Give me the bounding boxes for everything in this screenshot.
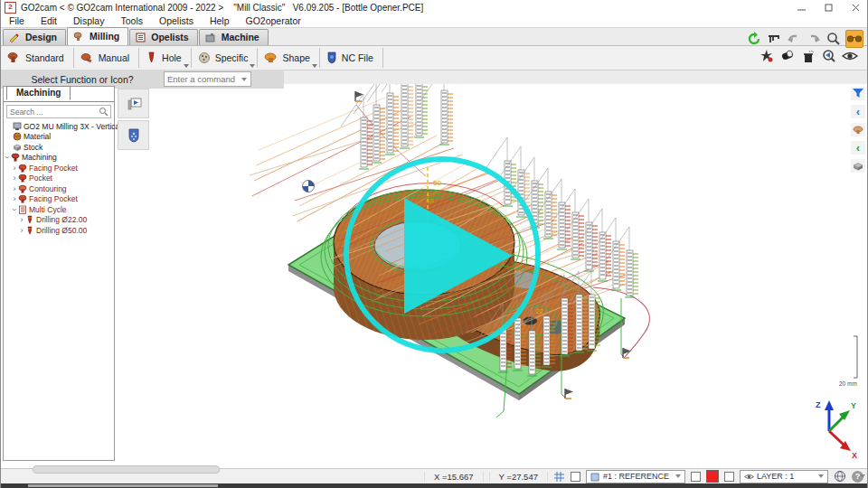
collapse-left-green-icon[interactable]: ‹ bbox=[851, 141, 865, 155]
layer-eye-icon bbox=[744, 473, 754, 481]
nc-file-button[interactable]: NC File bbox=[320, 47, 382, 69]
axis-y-label: Y bbox=[851, 401, 856, 410]
facing-pocket-icon bbox=[18, 194, 27, 203]
collapse-left-blue-icon[interactable]: ‹ bbox=[851, 105, 865, 118]
material-icon bbox=[13, 132, 22, 141]
specific-dropdown-icon[interactable] bbox=[250, 64, 255, 68]
maximize-button[interactable] bbox=[815, 0, 842, 14]
menu-edit[interactable]: Edit bbox=[33, 15, 65, 26]
menu-opelists[interactable]: Opelists bbox=[151, 15, 202, 26]
visibility-eye-icon[interactable] bbox=[842, 48, 858, 64]
menu-display[interactable]: Display bbox=[65, 15, 112, 26]
menu-file[interactable]: File bbox=[1, 15, 33, 26]
tab-opelists[interactable]: Opelists bbox=[129, 29, 197, 45]
tree-search-box[interactable] bbox=[6, 105, 111, 118]
drilling-icon bbox=[25, 226, 34, 235]
filter-icon[interactable] bbox=[851, 87, 865, 100]
dim-50-label: 50 bbox=[433, 179, 441, 187]
command-combo-arrow-icon[interactable] bbox=[241, 78, 247, 81]
bottom-edge-progress bbox=[28, 484, 218, 487]
zoom-icon[interactable] bbox=[826, 31, 842, 47]
command-combo[interactable] bbox=[164, 71, 251, 87]
hide-elements-icon[interactable] bbox=[759, 48, 775, 64]
tree-item-machine[interactable]: GO2 MU Milling 3X - Vertical bbox=[4, 121, 114, 132]
chevron-collapsed-icon[interactable]: › bbox=[11, 174, 18, 183]
manual-button[interactable]: Manual bbox=[74, 47, 138, 69]
undo-icon[interactable] bbox=[786, 31, 802, 47]
chevron-expanded-icon[interactable]: › bbox=[10, 206, 19, 213]
ribbon: Design Milling Opelists Machine Standard… bbox=[1, 27, 868, 84]
tree-item-stock[interactable]: Stock bbox=[4, 142, 114, 153]
layer-checkbox[interactable] bbox=[724, 472, 734, 482]
tree-item-facing-pocket-2[interactable]: › Facing Pocket bbox=[4, 194, 114, 205]
redo-icon[interactable] bbox=[806, 31, 822, 47]
app-logo-icon: 2 bbox=[5, 2, 16, 14]
nc-file-icon bbox=[326, 52, 337, 64]
current-color-swatch[interactable] bbox=[706, 470, 719, 483]
chevron-expanded-icon[interactable]: › bbox=[3, 154, 12, 161]
tool-shield-button[interactable] bbox=[118, 120, 149, 150]
tree-item-pocket[interactable]: › Pocket bbox=[4, 174, 114, 184]
reference-checkbox[interactable] bbox=[571, 472, 580, 482]
axis-triad: Z Y X bbox=[816, 400, 857, 460]
search-icon bbox=[99, 107, 108, 117]
delete-magic-icon[interactable] bbox=[800, 48, 816, 64]
machining-icon bbox=[11, 153, 20, 162]
measure-caliper-icon[interactable] bbox=[766, 31, 782, 47]
zoom-selection-icon[interactable] bbox=[821, 48, 837, 64]
reference-combo[interactable]: #1 : REFERENCE bbox=[586, 470, 685, 483]
grid-icon[interactable] bbox=[553, 471, 565, 483]
chevron-collapsed-icon[interactable]: › bbox=[11, 184, 18, 193]
tab-machine[interactable]: Machine bbox=[199, 29, 269, 45]
render-glasses-icon[interactable] bbox=[845, 30, 863, 48]
tab-design[interactable]: Design bbox=[3, 29, 66, 45]
tree-item-contouring[interactable]: › Contouring bbox=[4, 183, 114, 194]
color-dropdown-icon[interactable] bbox=[860, 474, 865, 478]
tree-item-machining[interactable]: › Machining bbox=[4, 153, 114, 164]
tool-display-icon[interactable] bbox=[851, 123, 865, 136]
view-globe-icon[interactable] bbox=[834, 470, 846, 483]
color-picker[interactable] bbox=[706, 470, 719, 483]
stock-icon bbox=[13, 143, 22, 152]
machining-panel-tab[interactable]: Machining bbox=[6, 86, 71, 100]
scrollbar-thumb[interactable] bbox=[33, 465, 220, 474]
chevron-collapsed-icon[interactable]: › bbox=[11, 164, 18, 173]
specific-button[interactable]: Specific bbox=[192, 47, 258, 69]
minimize-button[interactable] bbox=[788, 0, 815, 14]
tree-item-drilling-50[interactable]: › Drilling Ø50.00 bbox=[4, 225, 114, 236]
pocket-icon bbox=[18, 174, 27, 183]
menu-tools[interactable]: Tools bbox=[112, 15, 151, 26]
tab-milling[interactable]: Milling bbox=[67, 27, 128, 45]
tree-item-multi-cycle[interactable]: › Multi Cycle bbox=[4, 204, 114, 215]
regenerate-icon[interactable] bbox=[746, 31, 762, 47]
simulation-button[interactable] bbox=[118, 89, 149, 118]
view-filter-strip: ‹ ‹ bbox=[850, 87, 866, 173]
tree-item-drilling-22[interactable]: › Drilling Ø22.00 bbox=[4, 215, 114, 226]
layer-combo-arrow-icon[interactable] bbox=[818, 474, 824, 478]
reference-plane-icon bbox=[590, 472, 600, 482]
chevron-collapsed-icon[interactable]: › bbox=[11, 194, 18, 203]
hole-button[interactable]: Hole bbox=[139, 47, 191, 69]
shape-button[interactable]: Shape bbox=[258, 47, 318, 69]
menu-go2operator[interactable]: GO2operator bbox=[238, 15, 309, 26]
scale-bar: 20 mm bbox=[839, 336, 857, 387]
command-input[interactable] bbox=[165, 74, 242, 84]
chevron-collapsed-icon[interactable]: › bbox=[18, 215, 25, 224]
tree-item-facing-pocket-1[interactable]: › Facing Pocket bbox=[4, 163, 114, 174]
color-checkbox[interactable] bbox=[691, 472, 701, 482]
reference-combo-arrow-icon[interactable] bbox=[675, 474, 681, 478]
standard-button[interactable]: Standard bbox=[1, 47, 73, 69]
design-icon bbox=[9, 33, 20, 42]
close-button[interactable] bbox=[842, 0, 868, 14]
search-input[interactable] bbox=[7, 108, 99, 117]
eraser-icon[interactable] bbox=[779, 48, 796, 64]
menu-help[interactable]: Help bbox=[202, 15, 238, 26]
hole-dropdown-icon[interactable] bbox=[184, 64, 189, 68]
shape-dropdown-icon[interactable] bbox=[312, 64, 317, 68]
tree-item-material[interactable]: Material bbox=[4, 132, 114, 143]
stock-display-icon[interactable] bbox=[851, 159, 865, 173]
chevron-collapsed-icon[interactable]: › bbox=[18, 226, 25, 235]
layer-combo[interactable]: LAYER : 1 bbox=[740, 470, 828, 483]
command-prompt-label: Select Function or Icon? bbox=[1, 74, 164, 85]
axis-x-label: X bbox=[852, 451, 857, 460]
